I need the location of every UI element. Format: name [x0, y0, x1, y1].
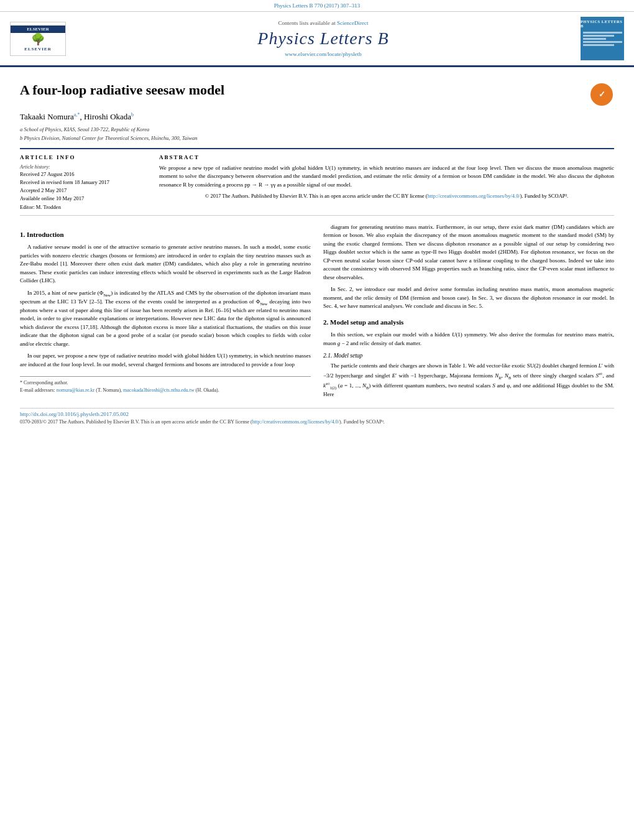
affiliations: a School of Physics, KIAS, Seoul 130-722…: [20, 126, 614, 142]
intro-heading: 1. Introduction: [20, 229, 311, 240]
received-revised-date: Received in revised form 18 January 2017: [20, 179, 144, 185]
elsevier-name: ELSEVIER: [24, 47, 51, 52]
accepted-date: Accepted 2 May 2017: [20, 187, 144, 193]
journal-reference-text: Physics Letters B 770 (2017) 307–313: [274, 2, 361, 9]
plb-line-5: [583, 44, 614, 46]
plb-line-1: [583, 32, 622, 34]
abstract-heading: ABSTRACT: [159, 154, 614, 160]
abstract-text: We propose a new type of radiative neutr…: [159, 164, 614, 190]
article-info-heading: ARTICLE INFO: [20, 154, 144, 160]
intro-para-1: A radiative seesaw model is one of the a…: [20, 243, 311, 285]
author-1-name: Takaaki Nomura: [20, 112, 74, 121]
intro-right-para-1: diagram for generating neutrino mass mat…: [323, 223, 614, 282]
subsection-21-para: The particle contents and their charges …: [323, 362, 614, 399]
journal-url-link[interactable]: www.elsevier.com/locate/physletb: [285, 51, 361, 57]
body-divider: [20, 215, 614, 216]
plb-logo-lines: [583, 30, 622, 47]
physics-letters-b-logo: PHYSICS LETTERS B: [581, 17, 624, 60]
affiliation-2: b Physics Division, National Center for …: [20, 134, 614, 143]
editor-line: Editor: M. Trodden: [20, 204, 144, 210]
doi-line: http://dx.doi.org/10.1016/j.physletb.201…: [20, 411, 614, 417]
paper-title-section: A four-loop radiative seesaw model ✓: [20, 82, 614, 107]
main-content: 1. Introduction A radiative seesaw model…: [20, 223, 614, 403]
authors-line: Takaaki Nomuraa,*, Hiroshi Okadab: [20, 112, 614, 122]
elsevier-tree-icon: 🌳: [31, 33, 45, 47]
page-footer: http://dx.doi.org/10.1016/j.physletb.201…: [20, 408, 614, 425]
email-label: E-mail addresses:: [20, 387, 55, 393]
footer-license-text: 0370-2693/© 2017 The Authors. Published …: [20, 419, 385, 425]
doi-link[interactable]: http://dx.doi.org/10.1016/j.physletb.201…: [20, 411, 129, 417]
authors-separator: , Hiroshi Okada: [80, 112, 131, 121]
plb-line-2: [583, 35, 614, 37]
section2-heading: 2. Model setup and analysis: [323, 317, 614, 328]
footnote-area: * Corresponding author. E-mail addresses…: [20, 376, 311, 394]
author-name-2: (H. Okada).: [196, 387, 219, 393]
footer-cc-link[interactable]: http://creativecommons.org/licenses/by/4…: [252, 419, 339, 425]
left-column: 1. Introduction A radiative seesaw model…: [20, 223, 311, 403]
paper-body: A four-loop radiative seesaw model ✓ Tak…: [0, 67, 634, 435]
plb-line-4: [583, 41, 622, 43]
affiliation-1: a School of Physics, KIAS, Seoul 130-722…: [20, 126, 614, 134]
available-date: Available online 10 May 2017: [20, 195, 144, 201]
journal-center: Contents lists available at ScienceDirec…: [66, 20, 581, 57]
sciencedirect-line: Contents lists available at ScienceDirec…: [66, 20, 581, 26]
elsevier-top-bar: ELSEVIER: [11, 25, 65, 33]
email-2-link[interactable]: macokada3hiroshi@cts.nthu.edu.tw: [123, 387, 195, 393]
intro-right-para-2: In Sec. 2, we introduce our model and de…: [323, 285, 614, 311]
plb-logo-title: PHYSICS LETTERS B: [581, 19, 624, 28]
author-2-affil: b: [131, 112, 134, 118]
header-divider: [20, 148, 614, 149]
corresponding-label: * Corresponding author.: [20, 379, 311, 387]
crossmark-badge: ✓: [589, 82, 614, 107]
footer-license: 0370-2693/© 2017 The Authors. Published …: [20, 419, 614, 425]
journal-header: ELSEVIER 🌳 ELSEVIER Contents lists avail…: [0, 12, 634, 67]
abstract-copyright: © 2017 The Authors. Published by Elsevie…: [159, 193, 614, 199]
plb-line-3: [583, 38, 607, 40]
table-reference: Table: [449, 362, 461, 369]
intro-para-2: In 2015, a hint of new particle (ΦNew) i…: [20, 289, 311, 349]
article-info-abstract-section: ARTICLE INFO Article history: Received 2…: [20, 154, 614, 210]
abstract-section: ABSTRACT We propose a new type of radiat…: [159, 154, 614, 210]
email-1-link[interactable]: nomura@kias.re.kr: [57, 387, 95, 393]
email-line: E-mail addresses: nomura@kias.re.kr (T. …: [20, 387, 311, 394]
paper-title: A four-loop radiative seesaw model: [20, 82, 579, 98]
history-label: Article history:: [20, 164, 144, 170]
contents-label: Contents lists available at: [278, 20, 336, 26]
author-name-1: (T. Nomura),: [96, 387, 122, 393]
elsevier-logo: ELSEVIER 🌳 ELSEVIER: [10, 22, 66, 56]
journal-reference-bar: Physics Letters B 770 (2017) 307–313: [0, 0, 634, 12]
article-info: ARTICLE INFO Article history: Received 2…: [20, 154, 144, 210]
subsection-21-heading: 2.1. Model setup: [323, 351, 614, 360]
journal-title: Physics Letters B: [66, 29, 581, 48]
section2-para: In this section, we explain our model wi…: [323, 331, 614, 348]
intro-para-3: In our paper, we propose a new type of r…: [20, 352, 311, 369]
author-1-affil: a,*: [74, 112, 80, 118]
journal-url: www.elsevier.com/locate/physletb: [66, 51, 581, 57]
crossmark-icon: ✓: [590, 83, 613, 106]
cc-by-link[interactable]: http://creativecommons.org/licenses/by/4…: [428, 193, 520, 199]
sciencedirect-link[interactable]: ScienceDirect: [337, 20, 368, 26]
right-column: diagram for generating neutrino mass mat…: [323, 223, 614, 403]
received-date: Received 27 August 2016: [20, 171, 144, 177]
copyright-text: © 2017 The Authors. Published by Elsevie…: [205, 193, 568, 199]
